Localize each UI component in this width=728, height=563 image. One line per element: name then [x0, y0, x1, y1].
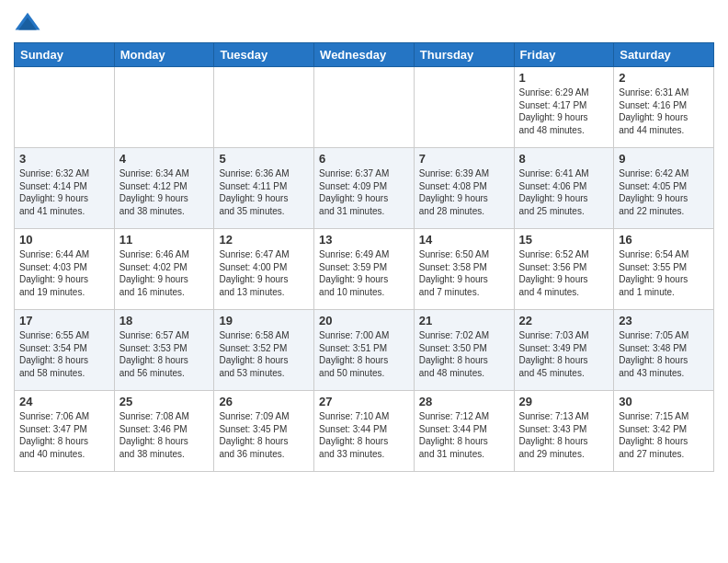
day-cell-28: 28Sunrise: 7:12 AM Sunset: 3:44 PM Dayli…: [414, 391, 514, 472]
day-info: Sunrise: 6:36 AM Sunset: 4:11 PM Dayligh…: [219, 167, 309, 217]
logo-icon: [14, 9, 41, 37]
day-info: Sunrise: 6:34 AM Sunset: 4:12 PM Dayligh…: [119, 167, 210, 217]
day-info: Sunrise: 6:49 AM Sunset: 3:59 PM Dayligh…: [319, 248, 409, 298]
day-info: Sunrise: 7:10 AM Sunset: 3:44 PM Dayligh…: [319, 410, 409, 460]
day-cell-27: 27Sunrise: 7:10 AM Sunset: 3:44 PM Dayli…: [314, 391, 415, 472]
day-info: Sunrise: 6:58 AM Sunset: 3:52 PM Dayligh…: [219, 329, 309, 379]
day-cell-9: 9Sunrise: 6:42 AM Sunset: 4:05 PM Daylig…: [614, 148, 714, 229]
day-number: 28: [419, 395, 509, 408]
day-cell-23: 23Sunrise: 7:05 AM Sunset: 3:48 PM Dayli…: [614, 310, 714, 391]
day-number: 15: [519, 233, 609, 247]
day-number: 8: [519, 152, 609, 166]
day-cell-17: 17Sunrise: 6:55 AM Sunset: 3:54 PM Dayli…: [15, 310, 115, 391]
day-cell-4: 4Sunrise: 6:34 AM Sunset: 4:12 PM Daylig…: [114, 148, 214, 229]
weekday-header-tuesday: Tuesday: [214, 43, 314, 67]
day-cell-10: 10Sunrise: 6:44 AM Sunset: 4:03 PM Dayli…: [15, 229, 115, 310]
empty-cell: [214, 67, 314, 148]
day-cell-24: 24Sunrise: 7:06 AM Sunset: 3:47 PM Dayli…: [15, 391, 115, 472]
page-header: [14, 9, 714, 37]
day-cell-21: 21Sunrise: 7:02 AM Sunset: 3:50 PM Dayli…: [414, 310, 514, 391]
day-cell-18: 18Sunrise: 6:57 AM Sunset: 3:53 PM Dayli…: [114, 310, 214, 391]
day-cell-25: 25Sunrise: 7:08 AM Sunset: 3:46 PM Dayli…: [114, 391, 214, 472]
day-info: Sunrise: 7:02 AM Sunset: 3:50 PM Dayligh…: [419, 329, 509, 379]
empty-cell: [114, 67, 214, 148]
day-cell-14: 14Sunrise: 6:50 AM Sunset: 3:58 PM Dayli…: [414, 229, 514, 310]
day-info: Sunrise: 6:37 AM Sunset: 4:09 PM Dayligh…: [319, 167, 409, 217]
day-info: Sunrise: 7:09 AM Sunset: 3:45 PM Dayligh…: [219, 410, 309, 460]
logo: [14, 9, 45, 37]
day-info: Sunrise: 6:46 AM Sunset: 4:02 PM Dayligh…: [119, 248, 210, 298]
day-cell-12: 12Sunrise: 6:47 AM Sunset: 4:00 PM Dayli…: [214, 229, 314, 310]
day-info: Sunrise: 7:05 AM Sunset: 3:48 PM Dayligh…: [619, 329, 709, 379]
day-cell-29: 29Sunrise: 7:13 AM Sunset: 3:43 PM Dayli…: [514, 391, 614, 472]
day-number: 6: [319, 152, 409, 166]
day-number: 26: [219, 395, 309, 408]
weekday-header-thursday: Thursday: [414, 43, 514, 67]
day-number: 16: [619, 233, 709, 247]
day-info: Sunrise: 6:44 AM Sunset: 4:03 PM Dayligh…: [19, 248, 109, 298]
day-number: 4: [119, 152, 210, 166]
day-cell-11: 11Sunrise: 6:46 AM Sunset: 4:02 PM Dayli…: [114, 229, 214, 310]
day-info: Sunrise: 7:08 AM Sunset: 3:46 PM Dayligh…: [119, 410, 210, 460]
week-row-1: 1Sunrise: 6:29 AM Sunset: 4:17 PM Daylig…: [15, 67, 714, 148]
day-info: Sunrise: 6:54 AM Sunset: 3:55 PM Dayligh…: [619, 248, 709, 298]
day-cell-8: 8Sunrise: 6:41 AM Sunset: 4:06 PM Daylig…: [514, 148, 614, 229]
day-number: 23: [619, 314, 709, 327]
day-cell-13: 13Sunrise: 6:49 AM Sunset: 3:59 PM Dayli…: [314, 229, 415, 310]
day-cell-1: 1Sunrise: 6:29 AM Sunset: 4:17 PM Daylig…: [514, 67, 614, 148]
day-number: 20: [319, 314, 409, 327]
day-cell-20: 20Sunrise: 7:00 AM Sunset: 3:51 PM Dayli…: [314, 310, 415, 391]
day-info: Sunrise: 6:32 AM Sunset: 4:14 PM Dayligh…: [19, 167, 109, 217]
day-cell-30: 30Sunrise: 7:15 AM Sunset: 3:42 PM Dayli…: [614, 391, 714, 472]
day-info: Sunrise: 6:50 AM Sunset: 3:58 PM Dayligh…: [419, 248, 509, 298]
week-row-5: 24Sunrise: 7:06 AM Sunset: 3:47 PM Dayli…: [15, 391, 714, 472]
weekday-header-row: SundayMondayTuesdayWednesdayThursdayFrid…: [15, 43, 714, 67]
day-number: 25: [119, 395, 210, 408]
empty-cell: [314, 67, 415, 148]
day-cell-15: 15Sunrise: 6:52 AM Sunset: 3:56 PM Dayli…: [514, 229, 614, 310]
day-number: 3: [19, 152, 109, 166]
day-number: 27: [319, 395, 409, 408]
day-number: 2: [619, 71, 709, 85]
day-info: Sunrise: 6:31 AM Sunset: 4:16 PM Dayligh…: [619, 86, 709, 136]
day-info: Sunrise: 7:06 AM Sunset: 3:47 PM Dayligh…: [19, 410, 109, 460]
day-number: 5: [219, 152, 309, 166]
weekday-header-sunday: Sunday: [15, 43, 115, 67]
day-cell-3: 3Sunrise: 6:32 AM Sunset: 4:14 PM Daylig…: [15, 148, 115, 229]
day-cell-7: 7Sunrise: 6:39 AM Sunset: 4:08 PM Daylig…: [414, 148, 514, 229]
empty-cell: [414, 67, 514, 148]
week-row-2: 3Sunrise: 6:32 AM Sunset: 4:14 PM Daylig…: [15, 148, 714, 229]
day-number: 29: [519, 395, 609, 408]
day-info: Sunrise: 7:03 AM Sunset: 3:49 PM Dayligh…: [519, 329, 609, 379]
week-row-4: 17Sunrise: 6:55 AM Sunset: 3:54 PM Dayli…: [15, 310, 714, 391]
calendar-table: SundayMondayTuesdayWednesdayThursdayFrid…: [14, 42, 714, 472]
day-cell-22: 22Sunrise: 7:03 AM Sunset: 3:49 PM Dayli…: [514, 310, 614, 391]
day-info: Sunrise: 7:15 AM Sunset: 3:42 PM Dayligh…: [619, 410, 709, 460]
day-info: Sunrise: 7:12 AM Sunset: 3:44 PM Dayligh…: [419, 410, 509, 460]
day-info: Sunrise: 7:13 AM Sunset: 3:43 PM Dayligh…: [519, 410, 609, 460]
day-number: 13: [319, 233, 409, 247]
empty-cell: [15, 67, 115, 148]
day-number: 22: [519, 314, 609, 327]
day-cell-5: 5Sunrise: 6:36 AM Sunset: 4:11 PM Daylig…: [214, 148, 314, 229]
day-info: Sunrise: 6:57 AM Sunset: 3:53 PM Dayligh…: [119, 329, 210, 379]
day-info: Sunrise: 6:52 AM Sunset: 3:56 PM Dayligh…: [519, 248, 609, 298]
weekday-header-friday: Friday: [514, 43, 614, 67]
day-cell-26: 26Sunrise: 7:09 AM Sunset: 3:45 PM Dayli…: [214, 391, 314, 472]
day-cell-6: 6Sunrise: 6:37 AM Sunset: 4:09 PM Daylig…: [314, 148, 415, 229]
weekday-header-wednesday: Wednesday: [314, 43, 415, 67]
day-info: Sunrise: 6:47 AM Sunset: 4:00 PM Dayligh…: [219, 248, 309, 298]
day-info: Sunrise: 7:00 AM Sunset: 3:51 PM Dayligh…: [319, 329, 409, 379]
day-number: 10: [19, 233, 109, 247]
week-row-3: 10Sunrise: 6:44 AM Sunset: 4:03 PM Dayli…: [15, 229, 714, 310]
day-info: Sunrise: 6:42 AM Sunset: 4:05 PM Dayligh…: [619, 167, 709, 217]
day-number: 9: [619, 152, 709, 166]
day-number: 11: [119, 233, 210, 247]
day-number: 30: [619, 395, 709, 408]
day-info: Sunrise: 6:41 AM Sunset: 4:06 PM Dayligh…: [519, 167, 609, 217]
day-number: 14: [419, 233, 509, 247]
day-info: Sunrise: 6:55 AM Sunset: 3:54 PM Dayligh…: [19, 329, 109, 379]
day-cell-19: 19Sunrise: 6:58 AM Sunset: 3:52 PM Dayli…: [214, 310, 314, 391]
day-number: 12: [219, 233, 309, 247]
day-number: 21: [419, 314, 509, 327]
